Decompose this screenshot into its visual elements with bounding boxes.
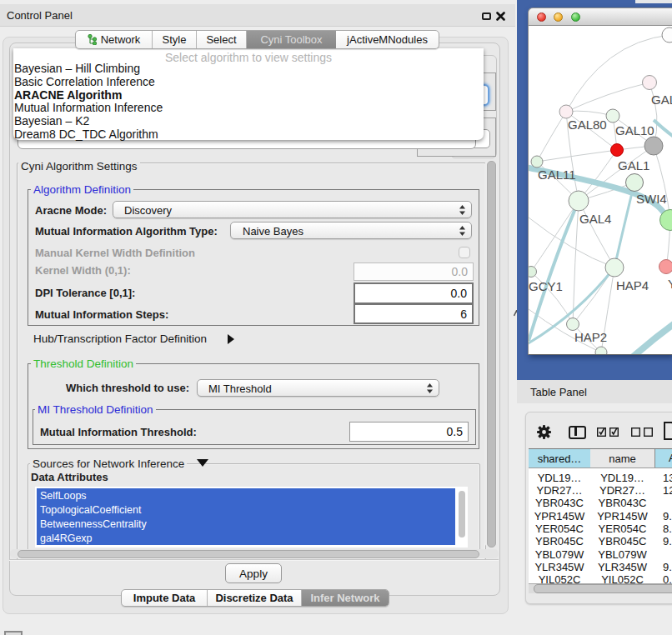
svg-text:GAL10: GAL10 (615, 123, 654, 138)
svg-text:GAL2: GAL2 (651, 92, 672, 107)
svg-text:GCY1: GCY1 (529, 279, 563, 293)
svg-text:GAL11: GAL11 (538, 168, 576, 182)
svg-text:GAL1: GAL1 (618, 158, 649, 172)
svg-text:SWI4: SWI4 (636, 192, 667, 206)
svg-text:HAP4: HAP4 (616, 278, 649, 292)
svg-text:HAP2: HAP2 (574, 330, 607, 344)
svg-text:GAL80: GAL80 (568, 118, 607, 132)
svg-text:Y: Y (668, 277, 672, 291)
svg-text:GAL4: GAL4 (579, 212, 611, 226)
